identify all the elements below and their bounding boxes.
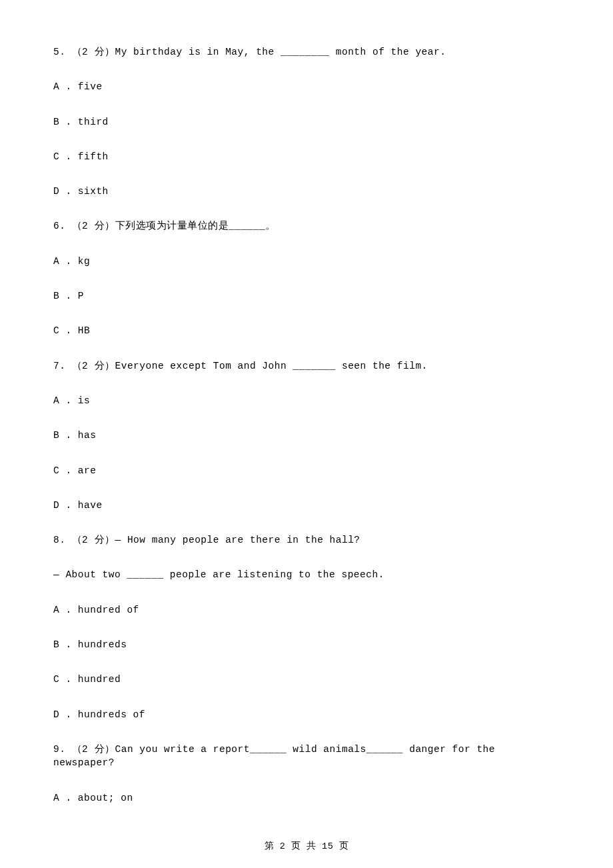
question-option: C . fifth (53, 145, 560, 179)
question-option: B . third (53, 110, 560, 145)
question-option: A . about; on (53, 786, 560, 821)
question-option: A . five (53, 75, 560, 109)
question-option: D . sixth (53, 179, 560, 214)
question-option: C . hundred (53, 667, 560, 702)
question-stem: 6. （2 分）下列选项为计量单位的是______。 (53, 214, 560, 249)
question-stem: — About two ______ people are listening … (53, 563, 560, 597)
question-stem: 9. （2 分）Can you write a report______ wil… (53, 737, 560, 786)
page-content: 5. （2 分）My birthday is in May, the _____… (0, 0, 613, 847)
question-option: A . is (53, 389, 560, 423)
question-option: D . have (53, 493, 560, 528)
question-option: A . hundred of (53, 598, 560, 633)
question-stem: 7. （2 分）Everyone except Tom and John ___… (53, 354, 560, 389)
question-option: C . are (53, 459, 560, 493)
question-option: B . P (53, 284, 560, 319)
question-option: C . HB (53, 319, 560, 353)
question-option: A . kg (53, 249, 560, 284)
question-stem: 5. （2 分）My birthday is in May, the _____… (53, 40, 560, 75)
question-option: D . hundreds of (53, 703, 560, 737)
question-stem: 8. （2 分）— How many people are there in t… (53, 528, 560, 563)
page-footer: 第 2 页 共 15 页 (0, 840, 613, 852)
question-option: B . hundreds (53, 633, 560, 667)
question-option: B . has (53, 423, 560, 458)
